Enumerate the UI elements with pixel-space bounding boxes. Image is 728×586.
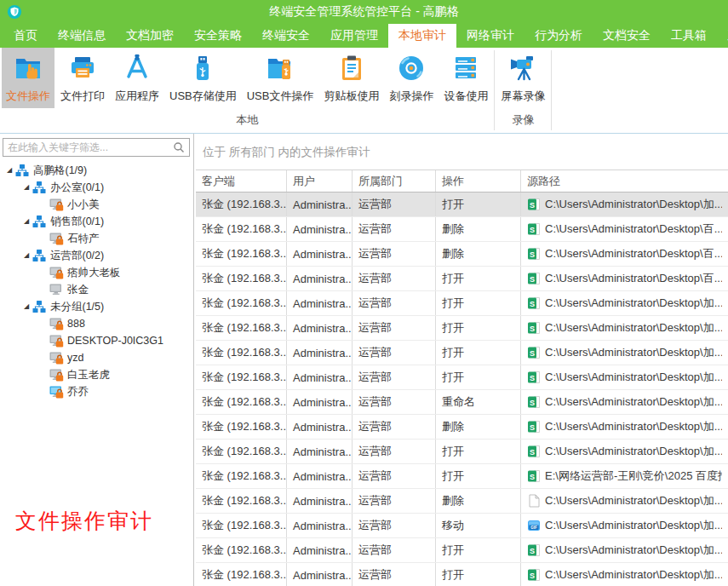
- tree-item[interactable]: yzd: [0, 349, 193, 366]
- expand-arrow-icon[interactable]: ◢: [22, 213, 31, 230]
- tree-item[interactable]: ◢ 运营部(0/2): [0, 247, 193, 264]
- svg-text:S: S: [530, 226, 535, 234]
- table-cell: 运营部: [353, 192, 436, 216]
- table-cell: 张金 (192.168.3...: [196, 415, 287, 439]
- expand-arrow-icon[interactable]: ◢: [22, 247, 31, 264]
- tree-item[interactable]: 888: [0, 315, 193, 332]
- path-text: C:\Users\Administrator\Desktop\加...: [545, 197, 722, 212]
- tree-item[interactable]: 乔乔: [0, 383, 193, 400]
- svg-text:S: S: [530, 201, 535, 210]
- spreadsheet-file-icon: S: [527, 222, 541, 236]
- org-icon: [32, 249, 46, 262]
- ribbon-button[interactable]: 剪贴板使用: [319, 48, 383, 108]
- terminal-icon: [49, 266, 63, 279]
- search-icon[interactable]: [173, 141, 185, 153]
- menu-tab[interactable]: 终端信息: [48, 24, 116, 48]
- ribbon-button[interactable]: USB文件操作: [243, 48, 318, 108]
- svg-text:S: S: [530, 399, 535, 407]
- search-input[interactable]: [3, 141, 173, 153]
- ribbon-group-label: 本地: [0, 111, 494, 133]
- column-header[interactable]: 用户: [287, 170, 353, 192]
- ribbon-button[interactable]: 刻录操作: [385, 48, 438, 108]
- table-row[interactable]: 张金 (192.168.3...Administra...运营部打开 S C:\…: [196, 316, 728, 341]
- table-row[interactable]: 张金 (192.168.3...Administra...运营部打开 S C:\…: [196, 267, 728, 291]
- svg-text:S: S: [530, 547, 535, 555]
- svg-text:S: S: [530, 300, 535, 308]
- table-cell: 打开: [436, 316, 521, 340]
- table-cell: 删除: [436, 489, 521, 513]
- tree-item[interactable]: ◢ 未分组(1/5): [0, 298, 193, 315]
- tree-item[interactable]: ◢ 销售部(0/1): [0, 213, 193, 230]
- table-row[interactable]: 张金 (192.168.3...Administra...运营部打开 S C:\…: [196, 192, 728, 217]
- table-cell-path: S C:\Users\Administrator\Desktop\加...: [521, 390, 728, 414]
- ribbon-button[interactable]: 文件打印: [56, 48, 109, 108]
- menu-tab[interactable]: 安全策略: [184, 24, 252, 48]
- tree-item[interactable]: ◢ 办公室(0/1): [0, 179, 193, 196]
- menu-tab[interactable]: 工具箱: [661, 24, 717, 48]
- table-cell: Administra...: [287, 365, 353, 389]
- table-row[interactable]: 张金 (192.168.3...Administra...运营部打开 S C:\…: [196, 365, 728, 390]
- menu-tab[interactable]: 首页: [3, 24, 48, 48]
- table-row[interactable]: 张金 (192.168.3...Administra...运营部打开 S E:\…: [196, 464, 728, 489]
- ribbon-button[interactable]: 设备使用: [439, 48, 492, 108]
- table-row[interactable]: 张金 (192.168.3...Administra...运营部打开 S C:\…: [196, 440, 728, 464]
- tree-item[interactable]: 小小美: [0, 196, 193, 213]
- menu-tab[interactable]: 终端安全: [252, 24, 320, 48]
- tree-item-label: 石特产: [67, 232, 100, 246]
- table-row[interactable]: 张金 (192.168.3...Administra...运营部删除 C:\Us…: [196, 489, 728, 514]
- table-cell: 张金 (192.168.3...: [196, 192, 287, 216]
- table-row[interactable]: 张金 (192.168.3...Administra...运营部打开 S C:\…: [196, 291, 728, 316]
- tree-item[interactable]: 石特产: [0, 230, 193, 247]
- table-cell: 打开: [436, 365, 521, 389]
- ribbon-button[interactable]: USB存储使用: [165, 48, 241, 108]
- menu-tab[interactable]: 行为分析: [525, 24, 593, 48]
- menu-tab[interactable]: 应用管理: [320, 24, 388, 48]
- menu-tab[interactable]: 系统管理: [717, 24, 728, 48]
- table-row[interactable]: 张金 (192.168.3...Administra...运营部删除 S C:\…: [196, 242, 728, 267]
- menu-tab[interactable]: 文档加密: [116, 24, 184, 48]
- camera-icon: [508, 54, 537, 83]
- table-cell-path: S C:\Users\Administrator\Desktop\加...: [521, 563, 728, 586]
- expand-arrow-icon[interactable]: ◢: [22, 179, 31, 196]
- column-header[interactable]: 客户端: [196, 170, 287, 192]
- ribbon-button[interactable]: 屏幕录像: [496, 48, 549, 108]
- doc-file-icon: [527, 494, 541, 508]
- ribbon-group: 文件操作 文件打印 应用程序 USB存储使用 USB文件操作 剪贴板使用 刻: [0, 48, 494, 133]
- table-cell: Administra...: [287, 341, 353, 365]
- spreadsheet-file-icon: S: [527, 543, 541, 557]
- column-header[interactable]: 所属部门: [353, 170, 436, 192]
- table-row[interactable]: 张金 (192.168.3...Administra...运营部删除 S C:\…: [196, 415, 728, 440]
- table-row[interactable]: 张金 (192.168.3...Administra...运营部打开 S C:\…: [196, 563, 728, 586]
- spreadsheet-file-icon: S: [527, 346, 541, 359]
- table-row[interactable]: 张金 (192.168.3...Administra...运营部删除 S C:\…: [196, 217, 728, 242]
- tab-bar: 首页终端信息文档加密安全策略终端安全应用管理本地审计网络审计行为分析文档安全工具…: [0, 24, 728, 48]
- terminal-icon: [49, 232, 63, 245]
- menu-tab[interactable]: 文档安全: [593, 24, 661, 48]
- tree-item[interactable]: ◢ 高鹏格(1/9): [0, 162, 193, 179]
- tree-item[interactable]: 张金: [0, 281, 193, 298]
- table-row[interactable]: 张金 (192.168.3...Administra...运营部重命名 S C:…: [196, 390, 728, 415]
- expand-arrow-icon[interactable]: ◢: [22, 298, 31, 315]
- table-cell: 打开: [436, 341, 521, 365]
- path-text: C:\Users\Administrator\Desktop\加...: [545, 296, 722, 311]
- tree-item[interactable]: 白玉老虎: [0, 366, 193, 383]
- ribbon-button[interactable]: 文件操作: [2, 48, 54, 108]
- tree-item-label: 高鹏格(1/9): [33, 164, 87, 178]
- column-header[interactable]: 源路径: [521, 170, 728, 192]
- path-text: C:\Users\Administrator\Desktop\加...: [545, 567, 722, 583]
- terminal-icon: [49, 368, 63, 382]
- svg-text:S: S: [530, 325, 535, 333]
- table-row[interactable]: 张金 (192.168.3...Administra...运营部打开 S C:\…: [196, 341, 728, 365]
- table-cell-path: S C:\Users\Administrator\Desktop\加...: [521, 192, 728, 216]
- menu-tab[interactable]: 网络审计: [456, 24, 525, 48]
- table-cell: 张金 (192.168.3...: [196, 440, 287, 463]
- path-text: C:\Users\Administrator\Desktop\加...: [545, 320, 722, 336]
- table-row[interactable]: 张金 (192.168.3...Administra...运营部移动 GIF C…: [196, 514, 728, 538]
- table-row[interactable]: 张金 (192.168.3...Administra...运营部打开 S C:\…: [196, 538, 728, 563]
- tree-item[interactable]: DESKTOP-J0IC3G1: [0, 332, 193, 349]
- ribbon-button[interactable]: 应用程序: [111, 48, 163, 108]
- tree-item[interactable]: 痞帅大老板: [0, 264, 193, 281]
- menu-tab[interactable]: 本地审计: [388, 24, 456, 48]
- column-header[interactable]: 操作: [436, 170, 521, 192]
- expand-arrow-icon[interactable]: ◢: [5, 162, 14, 179]
